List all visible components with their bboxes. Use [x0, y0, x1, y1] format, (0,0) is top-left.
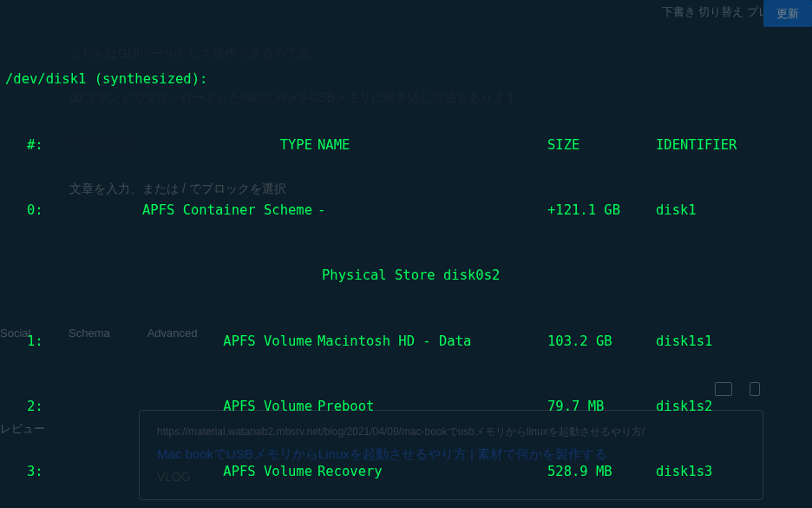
disk1-row-2: 2: APFS Volume Preboot 79.7 MB disk1s2	[5, 396, 807, 418]
disk1-row-1: 1: APFS Volume Macintosh HD - Data 103.2…	[5, 331, 807, 353]
disk1-row-3: 3: APFS Volume Recovery 528.9 MB disk1s3	[5, 461, 807, 483]
disk1-row-0: 0: APFS Container Scheme - +121.1 GB dis…	[5, 200, 807, 221]
disk1-header: /dev/disk1 (synthesized):	[5, 69, 807, 90]
col-size: SIZE	[547, 135, 656, 156]
col-type: TYPE	[57, 135, 318, 156]
col-id: IDENTIFIER	[656, 135, 812, 156]
terminal-output[interactable]: /dev/disk1 (synthesized): #: TYPE NAME S…	[0, 0, 812, 508]
col-num: #:	[5, 135, 57, 156]
col-name: NAME	[318, 135, 547, 156]
disk1-column-headers: #: TYPE NAME SIZE IDENTIFIER	[5, 135, 807, 156]
disk1-subline: Physical Store disk0s2	[5, 265, 807, 287]
